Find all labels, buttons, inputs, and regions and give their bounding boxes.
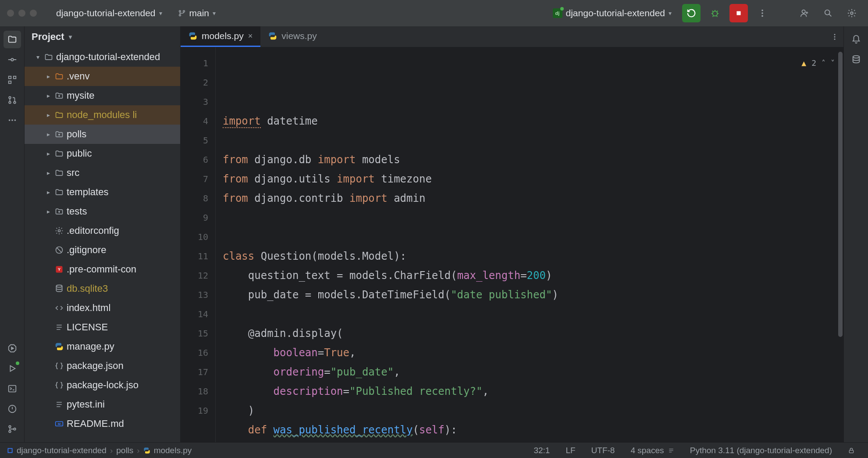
- line-number[interactable]: 19: [181, 401, 215, 420]
- python-interpreter[interactable]: Python 3.11 (django-tutorial-extended): [684, 446, 838, 455]
- vcs-branch-selector[interactable]: main ▾: [173, 5, 221, 21]
- project-tree[interactable]: ▾django-tutorial-extended▸.venv▸mysite▸n…: [25, 47, 180, 442]
- chevron-right-icon[interactable]: ▸: [45, 150, 52, 157]
- code-line[interactable]: from django.db import models: [223, 150, 843, 169]
- project-panel-header[interactable]: Project ▾: [25, 26, 180, 47]
- debug-button[interactable]: [706, 4, 724, 22]
- structure-tool-button[interactable]: [4, 71, 21, 89]
- code-line[interactable]: now = timezone.now(): [223, 440, 843, 442]
- scrollbar-thumb[interactable]: [838, 52, 843, 337]
- chevron-right-icon[interactable]: ▸: [45, 92, 52, 99]
- more-actions-button[interactable]: [753, 4, 772, 22]
- line-number[interactable]: 9: [181, 208, 215, 227]
- code-line[interactable]: [223, 131, 843, 150]
- line-number[interactable]: 5: [181, 131, 215, 150]
- line-number[interactable]: 12: [181, 266, 215, 285]
- code-line[interactable]: [223, 227, 843, 247]
- line-number[interactable]: 15: [181, 324, 215, 343]
- chevron-down-icon[interactable]: ▾: [34, 54, 41, 61]
- settings-button[interactable]: [843, 4, 861, 22]
- more-tools-button[interactable]: [4, 111, 21, 129]
- scrollbar[interactable]: [837, 47, 843, 407]
- file-encoding[interactable]: UTF-8: [585, 446, 621, 455]
- tree-item[interactable]: .gitignore: [25, 240, 180, 260]
- run-config-selector[interactable]: dj django-tutorial-extended ▾: [548, 5, 677, 21]
- chevron-down-icon[interactable]: ˅: [831, 54, 835, 73]
- code-line[interactable]: ordering="pub_date",: [223, 362, 843, 382]
- stop-button[interactable]: [729, 4, 748, 22]
- tree-item[interactable]: Y.pre-commit-con: [25, 260, 180, 279]
- read-only-toggle[interactable]: [842, 447, 861, 454]
- project-selector[interactable]: django-tutorial-extended ▾: [51, 5, 167, 21]
- caret-position[interactable]: 32:1: [527, 446, 556, 455]
- line-number[interactable]: 17: [181, 362, 215, 382]
- line-number[interactable]: 8: [181, 189, 215, 208]
- code-with-me-button[interactable]: [795, 4, 814, 22]
- chevron-right-icon[interactable]: ▸: [45, 131, 52, 138]
- tree-item[interactable]: .editorconfig: [25, 221, 180, 240]
- database-button[interactable]: [847, 51, 865, 68]
- breadcrumb-folder[interactable]: polls: [116, 446, 133, 455]
- tree-item[interactable]: ▾django-tutorial-extended: [25, 47, 180, 67]
- code-line[interactable]: @admin.display(: [223, 324, 843, 343]
- close-window-icon[interactable]: [7, 10, 14, 17]
- project-tool-button[interactable]: [4, 31, 21, 48]
- notifications-button[interactable]: [847, 31, 865, 48]
- code-line[interactable]: def was_published_recently(self):: [223, 420, 843, 440]
- chevron-right-icon[interactable]: ▸: [45, 189, 52, 196]
- line-number[interactable]: 14: [181, 304, 215, 324]
- code-line[interactable]: boolean=True,: [223, 343, 843, 362]
- tree-item[interactable]: ▸tests: [25, 202, 180, 221]
- close-icon[interactable]: ×: [248, 32, 253, 41]
- commit-tool-button[interactable]: [4, 51, 21, 68]
- line-number[interactable]: 7: [181, 169, 215, 189]
- line-number[interactable]: 3: [181, 92, 215, 111]
- line-separator[interactable]: LF: [559, 446, 581, 455]
- line-number[interactable]: 13: [181, 285, 215, 304]
- code-line[interactable]: from django.utils import timezone: [223, 169, 843, 189]
- maximize-window-icon[interactable]: [30, 10, 37, 17]
- tree-item[interactable]: manage.py: [25, 337, 180, 356]
- search-everywhere-button[interactable]: [819, 4, 837, 22]
- line-number[interactable]: 6: [181, 150, 215, 169]
- code-line[interactable]: [223, 304, 843, 324]
- gutter[interactable]: 12345678910111213141516171819: [181, 47, 216, 442]
- code-line[interactable]: [223, 208, 843, 227]
- services-tool-button[interactable]: [4, 340, 21, 357]
- inspection-widget[interactable]: ▲ 2 ˄ ˅: [801, 54, 835, 73]
- tree-item[interactable]: ▸node_modules li: [25, 105, 180, 125]
- tree-item[interactable]: package-lock.jso: [25, 376, 180, 395]
- line-number[interactable]: 18: [181, 382, 215, 401]
- code-line[interactable]: ): [223, 401, 843, 420]
- run-tool-button[interactable]: [4, 360, 21, 377]
- code-line[interactable]: description="Published recently?",: [223, 382, 843, 401]
- breadcrumb-file[interactable]: models.py: [143, 446, 192, 455]
- tree-item[interactable]: index.html: [25, 298, 180, 318]
- tree-item[interactable]: LICENSE: [25, 318, 180, 337]
- code-line[interactable]: class Question(models.Model):: [223, 247, 843, 266]
- line-number[interactable]: 1: [181, 54, 215, 73]
- chevron-right-icon[interactable]: ▸: [45, 208, 52, 215]
- code-line[interactable]: import datetime: [223, 111, 843, 131]
- tree-item[interactable]: ▸polls: [25, 125, 180, 144]
- chevron-up-icon[interactable]: ˄: [822, 54, 825, 73]
- line-number[interactable]: 16: [181, 343, 215, 362]
- code-area[interactable]: ▲ 2 ˄ ˅ import datetimefrom django.db im…: [216, 47, 843, 442]
- code-line[interactable]: question_text = models.CharField(max_len…: [223, 266, 843, 285]
- editor-tab[interactable]: models.py×: [181, 26, 260, 47]
- line-number[interactable]: 2: [181, 73, 215, 92]
- editor-tab[interactable]: views.py: [260, 26, 325, 47]
- tree-item[interactable]: pytest.ini: [25, 395, 180, 414]
- tree-item[interactable]: ▸.venv: [25, 67, 180, 86]
- tree-item[interactable]: ▸public: [25, 144, 180, 163]
- tree-item[interactable]: package.json: [25, 356, 180, 376]
- editor-body[interactable]: 12345678910111213141516171819 ▲ 2 ˄ ˅ im…: [181, 47, 843, 442]
- indent-settings[interactable]: 4 spaces: [624, 446, 680, 455]
- minimize-window-icon[interactable]: [18, 10, 25, 17]
- tree-item[interactable]: ▸mysite: [25, 86, 180, 105]
- tree-item[interactable]: M↓README.md: [25, 414, 180, 433]
- vcs-tool-button[interactable]: [4, 420, 21, 438]
- tree-item[interactable]: ▸templates: [25, 182, 180, 202]
- line-number[interactable]: 11: [181, 247, 215, 266]
- chevron-right-icon[interactable]: ▸: [45, 169, 52, 176]
